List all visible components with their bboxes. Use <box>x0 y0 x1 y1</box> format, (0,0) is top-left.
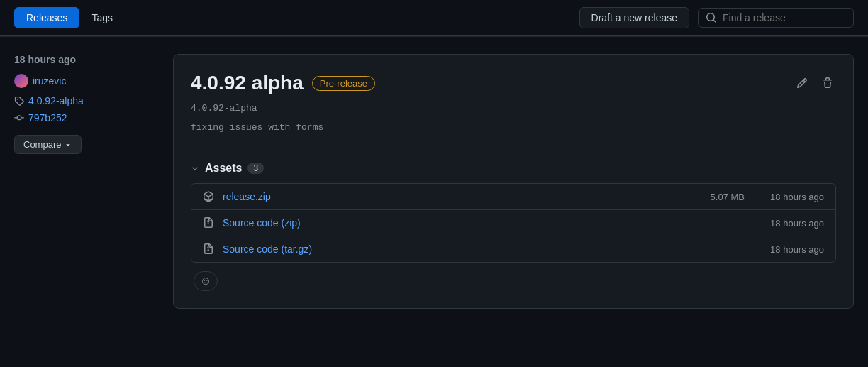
search-icon <box>706 12 717 23</box>
asset-time-0: 18 hours ago <box>753 192 824 202</box>
reaction-bar: ☺ <box>191 263 836 291</box>
tab-releases[interactable]: Releases <box>14 7 79 28</box>
assets-header[interactable]: Assets 3 <box>191 162 836 175</box>
sidebar-tag-row: 4.0.92-alpha <box>14 95 156 106</box>
release-title-group: 4.0.92 alpha Pre-release <box>191 72 375 94</box>
search-box <box>698 8 854 28</box>
package-icon <box>203 191 214 202</box>
compare-label: Compare <box>23 139 61 150</box>
top-actions: Draft a new release <box>579 7 854 28</box>
asset-time-2: 18 hours ago <box>753 244 824 255</box>
asset-name-0[interactable]: release.zip <box>223 191 679 202</box>
sidebar-user: iruzevic <box>14 74 156 88</box>
sidebar: 18 hours ago iruzevic 4.0.92-alpha 797b2… <box>14 54 156 154</box>
assets-title: Assets <box>205 162 242 175</box>
asset-time-1: 18 hours ago <box>753 218 824 229</box>
sidebar-tag-label[interactable]: 4.0.92-alpha <box>28 95 84 106</box>
asset-row: release.zip 5.07 MB 18 hours ago <box>191 184 835 210</box>
tab-tags[interactable]: Tags <box>79 7 125 28</box>
sidebar-time: 18 hours ago <box>14 54 156 65</box>
avatar <box>14 74 28 88</box>
asset-name-1[interactable]: Source code (zip) <box>223 217 679 229</box>
edit-release-button[interactable] <box>794 75 811 92</box>
pencil-icon <box>796 77 808 89</box>
tab-group: Releases Tags <box>14 7 125 28</box>
asset-row: Source code (tar.gz) 18 hours ago <box>191 236 835 262</box>
release-description: fixing issues with forms <box>191 122 836 133</box>
sidebar-username[interactable]: iruzevic <box>33 75 66 87</box>
assets-section: Assets 3 release.zip 5.07 MB 18 hours ag… <box>191 150 836 291</box>
chevron-down-icon <box>64 141 72 149</box>
assets-chevron-icon <box>191 164 199 172</box>
trash-icon <box>822 77 833 89</box>
draft-release-button[interactable]: Draft a new release <box>579 7 689 28</box>
release-tag-label: 4.0.92-alpha <box>191 103 836 114</box>
add-reaction-button[interactable]: ☺ <box>194 271 218 291</box>
compare-button[interactable]: Compare <box>14 135 82 154</box>
tag-icon <box>14 96 24 106</box>
asset-row: Source code (zip) 18 hours ago <box>191 210 835 236</box>
release-header: 4.0.92 alpha Pre-release <box>191 72 836 94</box>
search-input[interactable] <box>723 12 846 23</box>
delete-release-button[interactable] <box>819 75 836 92</box>
release-card: 4.0.92 alpha Pre-release 4.0.92-alpha fi… <box>173 54 854 309</box>
sidebar-commit-hash[interactable]: 797b252 <box>28 112 67 124</box>
asset-name-2[interactable]: Source code (tar.gz) <box>223 243 679 255</box>
smiley-icon: ☺ <box>200 275 211 287</box>
prerelease-badge: Pre-release <box>312 76 375 91</box>
main-content: 18 hours ago iruzevic 4.0.92-alpha 797b2… <box>0 37 868 326</box>
sidebar-commit-row: 797b252 <box>14 112 156 124</box>
release-title: 4.0.92 alpha <box>191 72 304 94</box>
commit-icon <box>14 113 24 123</box>
file-zip-icon <box>203 217 214 229</box>
asset-size-0: 5.07 MB <box>688 192 745 202</box>
file-tar-icon <box>203 243 214 255</box>
top-bar: Releases Tags Draft a new release <box>0 0 868 36</box>
assets-count: 3 <box>247 163 264 174</box>
release-actions <box>794 75 836 92</box>
assets-table: release.zip 5.07 MB 18 hours ago Source … <box>191 183 836 263</box>
